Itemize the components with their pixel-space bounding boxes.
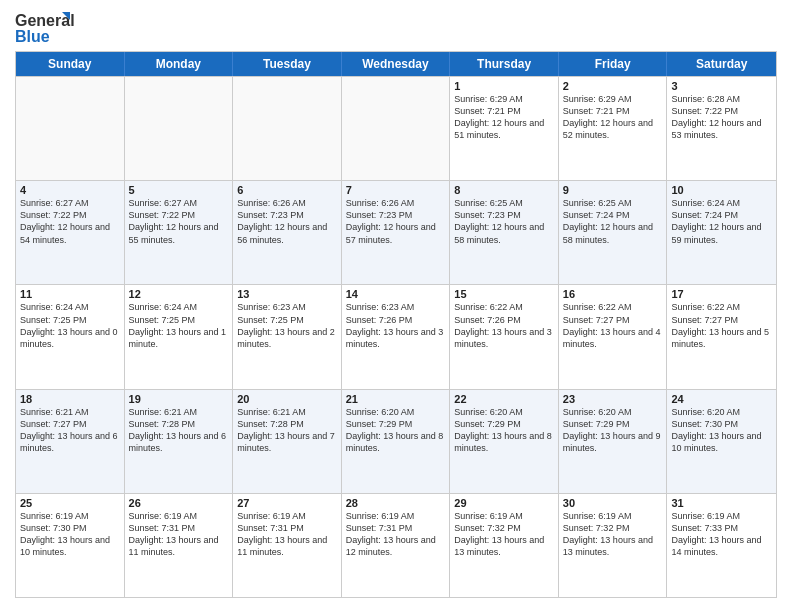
- cal-row-0: 1Sunrise: 6:29 AM Sunset: 7:21 PM Daylig…: [16, 76, 776, 180]
- day-info: Sunrise: 6:29 AM Sunset: 7:21 PM Dayligh…: [454, 93, 554, 142]
- header: GeneralBlue: [15, 10, 777, 45]
- day-number: 26: [129, 497, 229, 509]
- cal-header-friday: Friday: [559, 52, 668, 76]
- cal-cell: 25Sunrise: 6:19 AM Sunset: 7:30 PM Dayli…: [16, 494, 125, 597]
- day-number: 21: [346, 393, 446, 405]
- cal-row-3: 18Sunrise: 6:21 AM Sunset: 7:27 PM Dayli…: [16, 389, 776, 493]
- cal-cell: 27Sunrise: 6:19 AM Sunset: 7:31 PM Dayli…: [233, 494, 342, 597]
- day-info: Sunrise: 6:20 AM Sunset: 7:29 PM Dayligh…: [563, 406, 663, 455]
- day-number: 25: [20, 497, 120, 509]
- cal-header-saturday: Saturday: [667, 52, 776, 76]
- cal-cell: 11Sunrise: 6:24 AM Sunset: 7:25 PM Dayli…: [16, 285, 125, 388]
- day-number: 3: [671, 80, 772, 92]
- day-info: Sunrise: 6:19 AM Sunset: 7:31 PM Dayligh…: [129, 510, 229, 559]
- day-info: Sunrise: 6:21 AM Sunset: 7:28 PM Dayligh…: [129, 406, 229, 455]
- cal-cell: 3Sunrise: 6:28 AM Sunset: 7:22 PM Daylig…: [667, 77, 776, 180]
- day-info: Sunrise: 6:21 AM Sunset: 7:28 PM Dayligh…: [237, 406, 337, 455]
- cal-cell: 5Sunrise: 6:27 AM Sunset: 7:22 PM Daylig…: [125, 181, 234, 284]
- day-number: 8: [454, 184, 554, 196]
- day-number: 23: [563, 393, 663, 405]
- day-number: 15: [454, 288, 554, 300]
- day-info: Sunrise: 6:23 AM Sunset: 7:26 PM Dayligh…: [346, 301, 446, 350]
- day-info: Sunrise: 6:19 AM Sunset: 7:31 PM Dayligh…: [346, 510, 446, 559]
- cal-cell: 19Sunrise: 6:21 AM Sunset: 7:28 PM Dayli…: [125, 390, 234, 493]
- cal-cell: 8Sunrise: 6:25 AM Sunset: 7:23 PM Daylig…: [450, 181, 559, 284]
- cal-cell: 31Sunrise: 6:19 AM Sunset: 7:33 PM Dayli…: [667, 494, 776, 597]
- day-info: Sunrise: 6:20 AM Sunset: 7:30 PM Dayligh…: [671, 406, 772, 455]
- day-info: Sunrise: 6:20 AM Sunset: 7:29 PM Dayligh…: [454, 406, 554, 455]
- day-info: Sunrise: 6:21 AM Sunset: 7:27 PM Dayligh…: [20, 406, 120, 455]
- logo-svg: GeneralBlue: [15, 10, 75, 45]
- day-number: 16: [563, 288, 663, 300]
- cal-header-monday: Monday: [125, 52, 234, 76]
- cal-cell: 28Sunrise: 6:19 AM Sunset: 7:31 PM Dayli…: [342, 494, 451, 597]
- day-info: Sunrise: 6:20 AM Sunset: 7:29 PM Dayligh…: [346, 406, 446, 455]
- day-number: 9: [563, 184, 663, 196]
- day-info: Sunrise: 6:19 AM Sunset: 7:30 PM Dayligh…: [20, 510, 120, 559]
- cal-cell: 20Sunrise: 6:21 AM Sunset: 7:28 PM Dayli…: [233, 390, 342, 493]
- day-info: Sunrise: 6:26 AM Sunset: 7:23 PM Dayligh…: [237, 197, 337, 246]
- day-number: 29: [454, 497, 554, 509]
- day-info: Sunrise: 6:22 AM Sunset: 7:27 PM Dayligh…: [563, 301, 663, 350]
- cal-cell: 15Sunrise: 6:22 AM Sunset: 7:26 PM Dayli…: [450, 285, 559, 388]
- calendar: SundayMondayTuesdayWednesdayThursdayFrid…: [15, 51, 777, 598]
- day-number: 11: [20, 288, 120, 300]
- day-info: Sunrise: 6:27 AM Sunset: 7:22 PM Dayligh…: [129, 197, 229, 246]
- cal-row-2: 11Sunrise: 6:24 AM Sunset: 7:25 PM Dayli…: [16, 284, 776, 388]
- cal-cell: 7Sunrise: 6:26 AM Sunset: 7:23 PM Daylig…: [342, 181, 451, 284]
- day-number: 12: [129, 288, 229, 300]
- day-info: Sunrise: 6:25 AM Sunset: 7:24 PM Dayligh…: [563, 197, 663, 246]
- cal-cell: 4Sunrise: 6:27 AM Sunset: 7:22 PM Daylig…: [16, 181, 125, 284]
- cal-header-wednesday: Wednesday: [342, 52, 451, 76]
- day-number: 17: [671, 288, 772, 300]
- cal-cell: 10Sunrise: 6:24 AM Sunset: 7:24 PM Dayli…: [667, 181, 776, 284]
- cal-cell: 21Sunrise: 6:20 AM Sunset: 7:29 PM Dayli…: [342, 390, 451, 493]
- cal-row-4: 25Sunrise: 6:19 AM Sunset: 7:30 PM Dayli…: [16, 493, 776, 597]
- day-info: Sunrise: 6:23 AM Sunset: 7:25 PM Dayligh…: [237, 301, 337, 350]
- day-number: 14: [346, 288, 446, 300]
- cal-cell: 23Sunrise: 6:20 AM Sunset: 7:29 PM Dayli…: [559, 390, 668, 493]
- cal-header-thursday: Thursday: [450, 52, 559, 76]
- day-number: 18: [20, 393, 120, 405]
- cal-cell: 24Sunrise: 6:20 AM Sunset: 7:30 PM Dayli…: [667, 390, 776, 493]
- cal-cell: [125, 77, 234, 180]
- day-number: 28: [346, 497, 446, 509]
- calendar-header-row: SundayMondayTuesdayWednesdayThursdayFrid…: [16, 52, 776, 76]
- day-info: Sunrise: 6:22 AM Sunset: 7:27 PM Dayligh…: [671, 301, 772, 350]
- day-number: 10: [671, 184, 772, 196]
- day-info: Sunrise: 6:19 AM Sunset: 7:33 PM Dayligh…: [671, 510, 772, 559]
- day-info: Sunrise: 6:19 AM Sunset: 7:32 PM Dayligh…: [563, 510, 663, 559]
- day-info: Sunrise: 6:19 AM Sunset: 7:32 PM Dayligh…: [454, 510, 554, 559]
- day-info: Sunrise: 6:26 AM Sunset: 7:23 PM Dayligh…: [346, 197, 446, 246]
- cal-cell: [342, 77, 451, 180]
- day-number: 20: [237, 393, 337, 405]
- day-number: 22: [454, 393, 554, 405]
- day-info: Sunrise: 6:28 AM Sunset: 7:22 PM Dayligh…: [671, 93, 772, 142]
- day-number: 1: [454, 80, 554, 92]
- day-info: Sunrise: 6:22 AM Sunset: 7:26 PM Dayligh…: [454, 301, 554, 350]
- day-number: 4: [20, 184, 120, 196]
- cal-cell: 30Sunrise: 6:19 AM Sunset: 7:32 PM Dayli…: [559, 494, 668, 597]
- cal-cell: 18Sunrise: 6:21 AM Sunset: 7:27 PM Dayli…: [16, 390, 125, 493]
- day-number: 27: [237, 497, 337, 509]
- cal-cell: 26Sunrise: 6:19 AM Sunset: 7:31 PM Dayli…: [125, 494, 234, 597]
- day-number: 13: [237, 288, 337, 300]
- cal-row-1: 4Sunrise: 6:27 AM Sunset: 7:22 PM Daylig…: [16, 180, 776, 284]
- cal-cell: 14Sunrise: 6:23 AM Sunset: 7:26 PM Dayli…: [342, 285, 451, 388]
- cal-header-tuesday: Tuesday: [233, 52, 342, 76]
- cal-cell: 9Sunrise: 6:25 AM Sunset: 7:24 PM Daylig…: [559, 181, 668, 284]
- cal-cell: 22Sunrise: 6:20 AM Sunset: 7:29 PM Dayli…: [450, 390, 559, 493]
- logo: GeneralBlue: [15, 10, 75, 45]
- day-number: 5: [129, 184, 229, 196]
- cal-cell: 6Sunrise: 6:26 AM Sunset: 7:23 PM Daylig…: [233, 181, 342, 284]
- svg-text:Blue: Blue: [15, 28, 50, 45]
- day-info: Sunrise: 6:24 AM Sunset: 7:24 PM Dayligh…: [671, 197, 772, 246]
- page: GeneralBlue SundayMondayTuesdayWednesday…: [0, 0, 792, 612]
- day-info: Sunrise: 6:29 AM Sunset: 7:21 PM Dayligh…: [563, 93, 663, 142]
- calendar-body: 1Sunrise: 6:29 AM Sunset: 7:21 PM Daylig…: [16, 76, 776, 597]
- cal-cell: 12Sunrise: 6:24 AM Sunset: 7:25 PM Dayli…: [125, 285, 234, 388]
- cal-cell: [233, 77, 342, 180]
- cal-cell: [16, 77, 125, 180]
- day-number: 24: [671, 393, 772, 405]
- day-info: Sunrise: 6:19 AM Sunset: 7:31 PM Dayligh…: [237, 510, 337, 559]
